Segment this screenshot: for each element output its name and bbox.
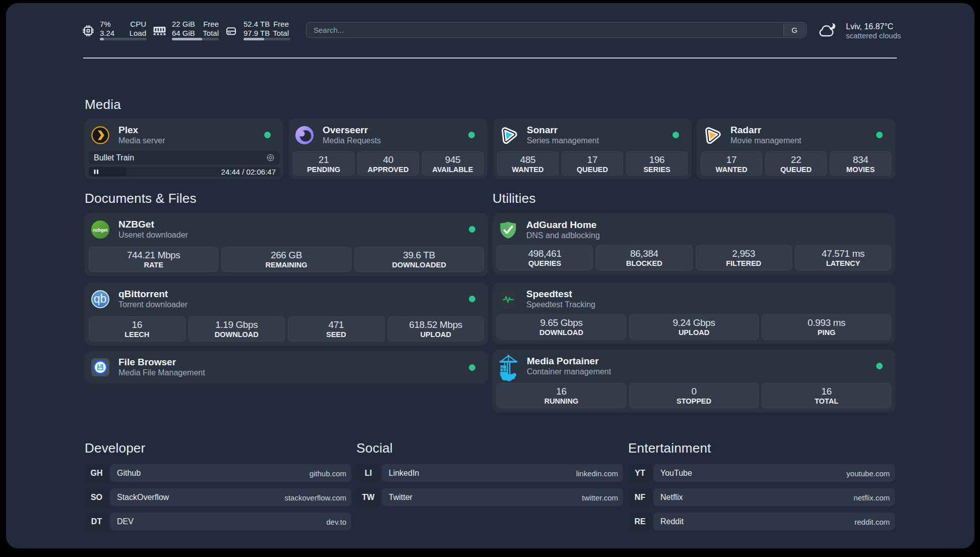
svg-text:qb: qb: [94, 292, 107, 305]
svg-text:nzbget: nzbget: [93, 228, 108, 233]
